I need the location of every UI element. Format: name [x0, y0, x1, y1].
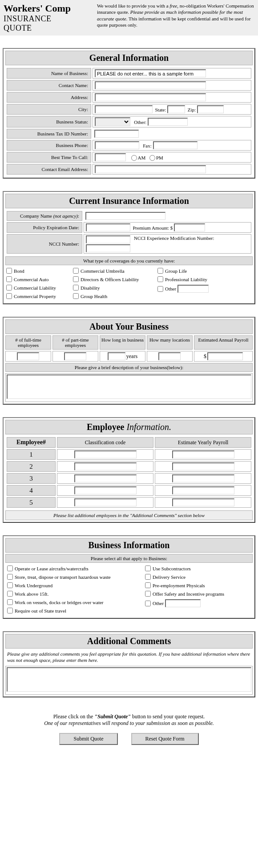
- cov-bond[interactable]: Bond: [6, 268, 73, 274]
- premium-input[interactable]: [174, 223, 205, 231]
- status-other-input[interactable]: [148, 118, 188, 126]
- about-business-panel: About Your Business # of full-time emplo…: [3, 317, 255, 405]
- coverage-grid: Bond Commercial Auto Commercial Liabilit…: [5, 265, 253, 302]
- cov-other-input[interactable]: [177, 285, 209, 293]
- title-line-3: QUOTE: [4, 24, 93, 33]
- hdr-pt: # of part-time employees: [52, 335, 98, 350]
- label-status-other: Other:: [134, 119, 146, 125]
- email-input[interactable]: [95, 165, 206, 173]
- label-name: Name of Business:: [7, 68, 91, 79]
- company-input[interactable]: [85, 212, 165, 220]
- title-line-2: INSURANCE: [4, 14, 93, 24]
- pt-input[interactable]: [64, 352, 86, 360]
- business-name-input[interactable]: [95, 69, 206, 77]
- binfo-outofstate[interactable]: Require out of State travel: [7, 608, 136, 613]
- label-state: State:: [155, 107, 166, 112]
- binfo-subcon[interactable]: Use Subcontractors: [145, 565, 224, 571]
- page-title: Workers' Comp INSURANCE QUOTE: [4, 3, 93, 33]
- ncci-input-2[interactable]: [86, 244, 130, 252]
- cov-prof-liab[interactable]: Professional Liability: [157, 276, 209, 282]
- binfo-physicals[interactable]: Pre-employment Physicals: [145, 582, 224, 588]
- binfo-above15[interactable]: Work above 15ft.: [7, 591, 136, 597]
- label-zip: Zip:: [188, 107, 196, 112]
- submit-button[interactable]: Submit Quote: [59, 733, 117, 745]
- cov-disability[interactable]: Disability: [73, 285, 157, 291]
- comments-panel: Additional Comments Please give any addi…: [3, 631, 255, 697]
- label-city: City:: [7, 104, 91, 115]
- employee-title: Employee Information.: [5, 420, 253, 434]
- binfo-aircraft[interactable]: Operate or Lease aircrafts/watercrafts: [7, 565, 136, 571]
- emp2-pay-input[interactable]: [172, 462, 234, 470]
- state-input[interactable]: [167, 105, 185, 113]
- cov-comm-auto[interactable]: Commercial Auto: [6, 276, 73, 282]
- locations-input[interactable]: [158, 352, 181, 360]
- emp1-pay-input[interactable]: [172, 450, 234, 458]
- emp1-class-input[interactable]: [74, 450, 137, 458]
- label-taxid: Business Tax ID Number:: [7, 129, 91, 139]
- label-premium: Premium Amount: $: [133, 225, 173, 231]
- employee-info-panel: Employee Information. Employee# Classifi…: [3, 417, 255, 523]
- hdr-ft: # of full-time employees: [5, 335, 51, 350]
- ncci-input-1[interactable]: [86, 235, 130, 243]
- emp3-class-input[interactable]: [74, 474, 137, 482]
- emp-note: Please list additional employees in the …: [5, 510, 253, 520]
- binfo-underground[interactable]: Work Underground: [7, 582, 136, 588]
- cov-comm-prop[interactable]: Commercial Property: [6, 293, 73, 299]
- phone-input[interactable]: [95, 141, 139, 149]
- business-description-textarea[interactable]: [7, 374, 251, 399]
- label-status: Business Status:: [7, 116, 91, 127]
- payroll-input[interactable]: [207, 352, 243, 360]
- cov-comm-umb[interactable]: Commercial Umbrella: [73, 268, 157, 274]
- fax-input[interactable]: [153, 141, 198, 149]
- cov-grp-life[interactable]: Group Life: [157, 268, 209, 274]
- emp5-pay-input[interactable]: [172, 498, 234, 506]
- cov-dando[interactable]: Directors & Officers Liability: [73, 276, 157, 282]
- pm-radio[interactable]: [149, 155, 155, 161]
- city-input[interactable]: [95, 105, 153, 113]
- emp-row-2: 2: [7, 461, 56, 472]
- header-blurb: We would like to provide you with a free…: [97, 3, 254, 28]
- label-address: Address:: [7, 92, 91, 103]
- binfo-other[interactable]: Other: [145, 599, 224, 607]
- status-select[interactable]: [95, 117, 130, 126]
- label-email: Contact Email Address:: [7, 164, 91, 175]
- binfo-safety[interactable]: Offer Safety and Incentive programs: [145, 591, 224, 597]
- taxid-input[interactable]: [94, 130, 139, 138]
- howlong-input[interactable]: [108, 352, 125, 360]
- bestcall-input[interactable]: [95, 153, 126, 161]
- comments-note: Please give any additional comments you …: [5, 650, 253, 665]
- binfo-other-input[interactable]: [165, 599, 201, 607]
- emp4-pay-input[interactable]: [172, 486, 234, 494]
- title-line-1: Workers' Comp: [4, 3, 93, 14]
- emp5-class-input[interactable]: [74, 498, 137, 506]
- am-radio[interactable]: [131, 155, 137, 161]
- cov-comm-liab[interactable]: Commercial Liability: [6, 285, 73, 291]
- cov-grp-health[interactable]: Group Health: [73, 293, 157, 299]
- label-ncci: NCCI Number:: [7, 234, 82, 254]
- expire-input[interactable]: [86, 223, 130, 231]
- label-ncci-mod: NCCI Experience Modification Number:: [134, 235, 214, 241]
- emp3-pay-input[interactable]: [172, 474, 234, 482]
- emp-row-4: 4: [7, 485, 56, 496]
- zip-input[interactable]: [197, 105, 224, 113]
- emp2-class-input[interactable]: [74, 462, 137, 470]
- emp4-class-input[interactable]: [74, 486, 137, 494]
- coverage-question: What type of coverages do you currently …: [5, 256, 253, 265]
- cov-other[interactable]: Other: [157, 285, 209, 293]
- address-input[interactable]: [95, 93, 206, 101]
- binfo-vessels[interactable]: Work on vessels, docks or bridges over w…: [7, 599, 136, 605]
- business-info-panel: Business Information Please select all t…: [3, 535, 255, 619]
- current-insurance-panel: Current Insurance Information Company Na…: [3, 191, 255, 304]
- label-fax: Fax:: [143, 143, 152, 148]
- contact-name-input[interactable]: [95, 81, 206, 89]
- reset-button[interactable]: Reset Quote Form: [131, 733, 199, 745]
- footer-line2: One of our representatives will respond …: [44, 720, 214, 726]
- binfo-hazwaste[interactable]: Store, treat, dispose or transport hazar…: [7, 574, 136, 580]
- binfo-delivery[interactable]: Delivery Service: [145, 574, 224, 580]
- binfo-sub: Please select all that apply to Business…: [5, 554, 253, 563]
- comments-textarea[interactable]: [7, 667, 251, 692]
- desc-label: Please give a brief description of your …: [5, 363, 253, 372]
- label-contact: Contact Name:: [7, 80, 91, 91]
- ft-input[interactable]: [17, 352, 39, 360]
- emp-hdr-num: Employee#: [7, 437, 56, 448]
